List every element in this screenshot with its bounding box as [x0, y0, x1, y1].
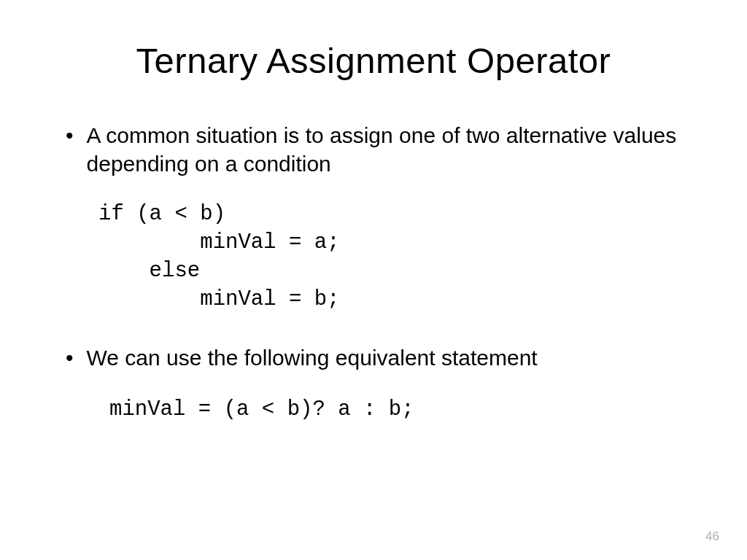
bullet-text: We can use the following equivalent stat… [87, 343, 538, 372]
bullet-item: • A common situation is to assign one of… [66, 121, 696, 178]
code-block-ternary: minVal = (a < b)? a : b; [109, 395, 696, 424]
bullet-item: • We can use the following equivalent st… [66, 343, 696, 372]
code-block-if-else: if (a < b) minVal = a; else minVal = b; [98, 200, 696, 314]
slide: Ternary Assignment Operator • A common s… [0, 0, 747, 560]
bullet-text: A common situation is to assign one of t… [87, 121, 696, 178]
page-number: 46 [705, 529, 719, 544]
slide-title: Ternary Assignment Operator [51, 40, 696, 81]
slide-content: • A common situation is to assign one of… [51, 121, 696, 424]
bullet-marker: • [66, 343, 74, 372]
bullet-marker: • [66, 121, 74, 149]
